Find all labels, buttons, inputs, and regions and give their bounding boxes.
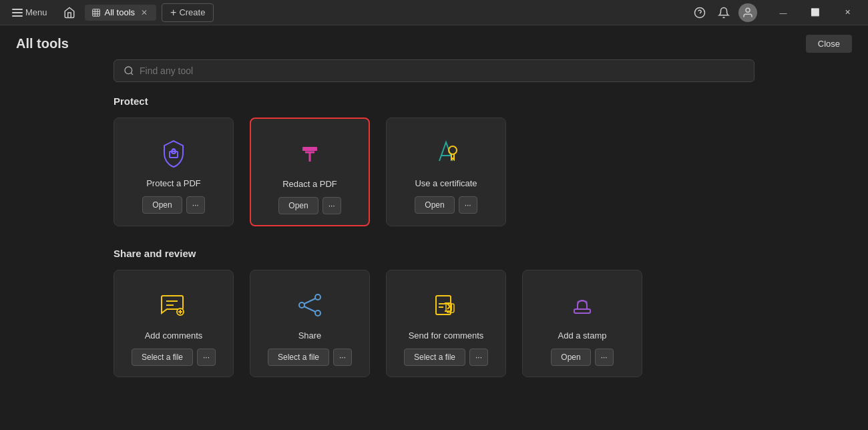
minimize-button[interactable]: — [768,0,799,25]
use-certificate-icon [427,134,465,172]
redact-pdf-icon [291,135,329,172]
svg-line-9 [131,73,133,75]
add-comments-select-button[interactable]: Select a file [132,349,193,366]
redact-pdf-more-button[interactable]: ··· [322,197,341,214]
menu-button[interactable]: Menu [5,5,54,20]
add-stamp-open-button[interactable]: Open [551,349,590,366]
add-stamp-actions: Open ··· [551,349,613,366]
active-tab[interactable]: All tools ✕ [85,5,157,21]
share-icon [291,286,329,324]
close-page-button[interactable]: Close [806,35,852,53]
use-certificate-name: Use a certificate [415,178,477,188]
menu-label: Menu [25,7,47,17]
svg-rect-28 [574,309,590,313]
search-input[interactable] [140,65,744,76]
use-certificate-open-button[interactable]: Open [415,196,454,214]
protect-section-title: Protect [114,95,754,107]
hamburger-icon [12,9,23,17]
main-content: Protect Protect a PDF Open ··· [0,95,868,427]
protect-tools-row: Protect a PDF Open ··· [114,118,754,226]
send-comments-actions: Select a file ··· [404,349,488,366]
bell-icon [718,7,730,19]
send-comments-name: Send for comments [409,331,484,341]
share-select-button[interactable]: Select a file [268,349,329,366]
search-bar [114,59,754,82]
page-title: All tools [16,36,69,51]
use-certificate-actions: Open ··· [415,196,477,214]
help-icon [694,7,706,19]
svg-rect-13 [302,147,317,151]
protect-pdf-name: Protect a PDF [146,178,201,188]
send-comments-card: Send for comments Select a file ··· [386,270,506,377]
svg-point-24 [299,302,304,308]
active-tab-label: All tools [105,7,136,17]
titlebar-left: Menu All tools ✕ + Create [5,3,690,22]
add-stamp-name: Add a stamp [558,331,607,341]
search-icon [124,65,134,76]
add-stamp-card: Add a stamp Open ··· [522,270,642,377]
protect-pdf-more-button[interactable]: ··· [186,196,205,214]
send-comments-select-button[interactable]: Select a file [404,349,465,366]
protect-section: Protect Protect a PDF Open ··· [114,95,754,226]
protect-pdf-icon [155,134,192,172]
tools-icon [91,8,101,17]
create-label: Create [179,7,205,17]
share-actions: Select a file ··· [268,349,352,366]
home-icon [63,7,75,19]
use-certificate-more-button[interactable]: ··· [459,196,477,214]
page-header: All tools Close [0,25,868,59]
svg-rect-0 [92,9,99,16]
svg-point-23 [315,310,320,316]
help-button[interactable] [690,3,709,22]
share-more-button[interactable]: ··· [333,349,352,366]
create-button[interactable]: + Create [162,3,214,22]
svg-point-7 [746,8,750,12]
add-comments-more-button[interactable]: ··· [197,349,216,366]
share-name: Share [298,331,322,341]
svg-point-22 [315,294,320,300]
search-container [0,59,868,95]
window-controls: — ⬜ ✕ [768,0,863,25]
send-comments-icon [427,286,465,324]
svg-line-25 [304,298,316,304]
share-review-section: Share and review Add comments Selec [114,248,754,377]
use-certificate-card: Use a certificate Open ··· [386,118,506,226]
share-card: Share Select a file ··· [250,270,370,377]
plus-icon: + [170,7,176,19]
add-comments-icon [155,286,192,324]
send-comments-more-button[interactable]: ··· [469,349,488,366]
maximize-button[interactable]: ⬜ [800,0,831,25]
redact-pdf-open-button[interactable]: Open [278,197,318,214]
add-comments-card: Add comments Select a file ··· [114,270,234,377]
share-review-tools-row: Add comments Select a file ··· [114,270,754,377]
redact-pdf-actions: Open ··· [278,197,341,214]
protect-pdf-open-button[interactable]: Open [142,196,182,214]
protect-pdf-actions: Open ··· [142,196,204,214]
add-stamp-more-button[interactable]: ··· [595,349,614,366]
add-comments-actions: Select a file ··· [132,349,216,366]
protect-pdf-card: Protect a PDF Open ··· [114,118,234,226]
tab-close-button[interactable]: ✕ [139,7,150,18]
redact-pdf-name: Redact a PDF [282,179,337,189]
add-stamp-icon [564,286,601,324]
home-tab[interactable] [57,4,82,21]
svg-line-26 [304,306,316,312]
share-review-section-title: Share and review [114,248,754,259]
titlebar: Menu All tools ✕ + Create [0,0,868,25]
svg-rect-10 [170,152,178,158]
notifications-button[interactable] [714,3,733,22]
titlebar-right: — ⬜ ✕ [690,0,863,25]
add-comments-name: Add comments [145,331,203,341]
redact-pdf-card: Redact a PDF Open ··· [250,118,370,226]
svg-point-8 [125,67,132,74]
avatar[interactable] [738,3,757,22]
user-icon [742,7,754,19]
svg-point-16 [449,146,457,154]
close-button[interactable]: ✕ [832,0,863,25]
